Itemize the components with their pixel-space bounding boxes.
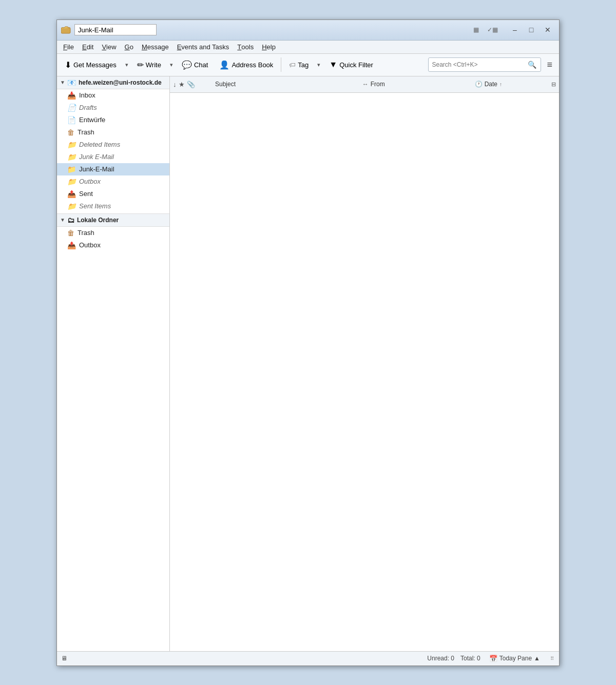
main-area: ▼ 📧 hefe.weizen@uni-rostock.de 📥 Inbox 📄…	[57, 76, 559, 651]
menu-edit[interactable]: Edit	[78, 41, 98, 52]
network-status-icon: 🖥	[61, 655, 67, 662]
get-messages-icon: ⬇	[65, 60, 71, 70]
write-button[interactable]: ✏ Write	[132, 56, 166, 73]
local-outbox-icon: 📤	[67, 241, 76, 249]
sidebar-item-junk1[interactable]: 📁 Junk E-Mail	[57, 151, 169, 163]
col-date-sort-arrow: ↑	[499, 82, 502, 87]
trash-icon: 🗑	[67, 128, 74, 136]
title-bar: ▦ ✓▦ – □ ✕	[57, 20, 559, 41]
status-network-icon: 🖥	[61, 655, 75, 662]
address-book-label: Address Book	[232, 61, 273, 69]
quick-filter-icon: ▼	[329, 60, 337, 69]
sent-label: Sent	[79, 190, 93, 198]
get-messages-button[interactable]: ⬇ Get Messages	[60, 56, 121, 73]
email-list[interactable]	[170, 93, 559, 651]
col-subject-label: Subject	[215, 81, 236, 88]
search-input[interactable]	[432, 61, 527, 68]
account-email: hefe.weizen@uni-rostock.de	[79, 79, 162, 86]
sidebar-item-trash[interactable]: 🗑 Trash	[57, 126, 169, 139]
col-from-icon: ↔	[362, 81, 369, 88]
menu-help[interactable]: Help	[258, 41, 280, 52]
minimize-button[interactable]: –	[508, 24, 522, 36]
junk1-icon: 📁	[67, 153, 76, 161]
title-bar-left	[61, 24, 469, 35]
sidebar-account[interactable]: ▼ 📧 hefe.weizen@uni-rostock.de	[57, 76, 169, 89]
chat-icon: 💬	[182, 60, 192, 70]
entwurfe-icon: 📄	[67, 116, 76, 124]
chat-button[interactable]: 💬 Chat	[177, 56, 213, 73]
toolbar-menu-button[interactable]: ≡	[543, 56, 556, 73]
tag-label: Tag	[298, 61, 309, 69]
col-date-header[interactable]: 🕐 Date ↑	[471, 79, 548, 90]
deleted-icon: 📁	[67, 141, 76, 149]
total-count: Total: 0	[460, 655, 480, 662]
local-section-header[interactable]: ▼ 🗂 Lokale Ordner	[57, 213, 169, 227]
account-collapse-arrow: ▼	[60, 80, 65, 85]
sidebar-item-sent-items[interactable]: 📁 Sent Items	[57, 200, 169, 212]
sidebar-item-entwurfe[interactable]: 📄 Entwürfe	[57, 114, 169, 126]
menu-bar: File Edit View Go Message Events and Tas…	[57, 41, 559, 54]
address-book-button[interactable]: 👤 Address Book	[215, 56, 278, 73]
sidebar-item-sent[interactable]: 📤 Sent	[57, 188, 169, 200]
local-collapse-arrow: ▼	[60, 217, 65, 223]
tag-button[interactable]: 🏷 Tag	[284, 56, 313, 73]
address-book-icon: 👤	[219, 60, 229, 70]
tag-icon: 🏷	[289, 61, 296, 69]
toolbar-separator-1	[281, 57, 281, 72]
sort-star-icon[interactable]: ★	[179, 81, 185, 88]
sidebar-item-junk2[interactable]: 📁 Junk-E-Mail	[57, 163, 169, 175]
local-trash-icon: 🗑	[67, 229, 74, 237]
outbox1-icon: 📁	[67, 178, 76, 186]
junk2-label: Junk-E-Mail	[79, 165, 114, 173]
sidebar-item-local-trash[interactable]: 🗑 Trash	[57, 227, 169, 239]
menu-message[interactable]: Message	[138, 41, 173, 52]
write-label: Write	[146, 61, 161, 69]
title-controls: ▦ ✓▦ – □ ✕	[469, 24, 555, 36]
sidebar-item-local-outbox[interactable]: 📤 Outbox	[57, 239, 169, 251]
menu-file[interactable]: File	[59, 41, 78, 52]
col-from-header[interactable]: ↔ From	[358, 79, 471, 90]
status-bar: 🖥 Unread: 0 Total: 0 📅 Today Pane ▲ ⠿	[57, 651, 559, 666]
resize-handle[interactable]: ⠿	[549, 655, 555, 661]
sort-attachment-icon[interactable]: 📎	[187, 81, 195, 88]
quick-filter-button[interactable]: ▼ Quick Filter	[324, 56, 378, 73]
sidebar-item-outbox1[interactable]: 📁 Outbox	[57, 175, 169, 188]
close-button[interactable]: ✕	[541, 24, 555, 36]
trash-label: Trash	[78, 128, 94, 136]
chat-label: Chat	[194, 61, 208, 69]
menu-go[interactable]: Go	[121, 41, 138, 52]
local-section-icon: 🗂	[67, 216, 74, 224]
window-icon	[61, 26, 71, 34]
local-trash-label: Trash	[78, 229, 94, 237]
sidebar-item-inbox[interactable]: 📥 Inbox	[57, 89, 169, 102]
sidebar: ▼ 📧 hefe.weizen@uni-rostock.de 📥 Inbox 📄…	[57, 76, 170, 651]
today-pane-icon: 📅	[489, 654, 497, 662]
deleted-label: Deleted Items	[79, 141, 120, 148]
menu-events[interactable]: Events and Tasks	[173, 41, 234, 52]
sidebar-item-deleted[interactable]: 📁 Deleted Items	[57, 139, 169, 151]
col-expand-button[interactable]: ⊟	[548, 79, 559, 90]
local-section-label: Lokale Ordner	[77, 217, 119, 224]
search-container: 🔍	[428, 57, 541, 72]
today-pane-button[interactable]: 📅 Today Pane ▲	[487, 653, 543, 663]
col-subject-header[interactable]: Subject	[211, 79, 358, 90]
tag-dropdown[interactable]: ▾	[315, 59, 322, 71]
today-pane-label: Today Pane	[499, 655, 532, 662]
get-messages-dropdown[interactable]: ▾	[123, 59, 130, 71]
sidebar-item-drafts[interactable]: 📄 Drafts	[57, 102, 169, 114]
outbox1-label: Outbox	[79, 178, 101, 185]
maximize-button[interactable]: □	[524, 24, 538, 36]
menu-view[interactable]: View	[98, 41, 120, 52]
search-icon[interactable]: 🔍	[527, 61, 537, 69]
sent-items-label: Sent Items	[79, 202, 111, 210]
junk2-icon: 📁	[67, 165, 76, 173]
taskbar-icon-1: ▦	[469, 24, 483, 36]
menu-tools[interactable]: Tools	[233, 41, 258, 52]
quick-filter-label: Quick Filter	[339, 61, 373, 69]
write-dropdown[interactable]: ▾	[168, 59, 175, 71]
title-input[interactable]	[74, 24, 157, 35]
write-icon: ✏	[137, 60, 144, 70]
taskbar-icon-2: ✓▦	[485, 24, 499, 36]
sort-priority-icon[interactable]: ↓	[173, 81, 177, 88]
status-bar-content: Unread: 0 Total: 0 📅 Today Pane ▲	[427, 653, 543, 663]
